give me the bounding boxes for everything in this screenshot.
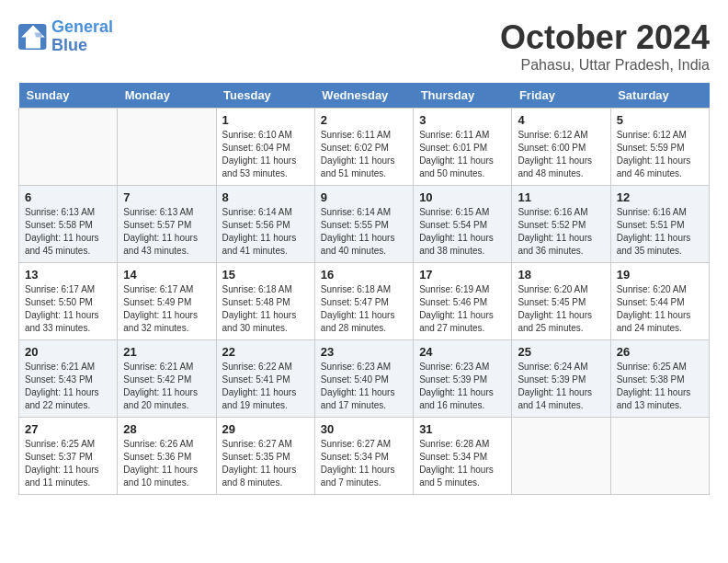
title-block: October 2024 Pahasu, Uttar Pradesh, Indi…	[500, 18, 710, 74]
day-number: 26	[617, 345, 703, 359]
calendar-table: SundayMondayTuesdayWednesdayThursdayFrid…	[18, 83, 710, 495]
day-number: 9	[321, 190, 407, 204]
calendar-cell: 21Sunrise: 6:21 AM Sunset: 5:42 PM Dayli…	[118, 340, 216, 418]
header-day-monday: Monday	[118, 83, 216, 109]
calendar-cell	[118, 109, 216, 186]
day-number: 27	[25, 422, 111, 436]
day-info: Sunrise: 6:27 AM Sunset: 5:34 PM Dayligh…	[321, 438, 407, 489]
logo-line1: General	[51, 17, 113, 36]
calendar-cell: 1Sunrise: 6:10 AM Sunset: 6:04 PM Daylig…	[216, 109, 314, 186]
calendar-cell: 3Sunrise: 6:11 AM Sunset: 6:01 PM Daylig…	[414, 109, 512, 186]
calendar-cell: 5Sunrise: 6:12 AM Sunset: 5:59 PM Daylig…	[610, 109, 709, 186]
day-info: Sunrise: 6:24 AM Sunset: 5:39 PM Dayligh…	[518, 361, 604, 412]
day-number: 24	[419, 345, 506, 359]
calendar-cell: 10Sunrise: 6:15 AM Sunset: 5:54 PM Dayli…	[414, 186, 512, 263]
calendar-cell: 2Sunrise: 6:11 AM Sunset: 6:02 PM Daylig…	[314, 109, 413, 186]
calendar-cell: 13Sunrise: 6:17 AM Sunset: 5:50 PM Dayli…	[19, 263, 118, 340]
day-number: 13	[25, 268, 111, 282]
day-number: 6	[25, 190, 111, 204]
calendar-week-3: 13Sunrise: 6:17 AM Sunset: 5:50 PM Dayli…	[19, 263, 710, 340]
calendar-cell: 29Sunrise: 6:27 AM Sunset: 5:35 PM Dayli…	[216, 418, 314, 495]
day-number: 21	[123, 345, 210, 359]
day-number: 8	[222, 190, 309, 204]
day-number: 4	[518, 113, 604, 127]
calendar-cell: 14Sunrise: 6:17 AM Sunset: 5:49 PM Dayli…	[118, 263, 216, 340]
day-info: Sunrise: 6:14 AM Sunset: 5:55 PM Dayligh…	[321, 206, 407, 258]
calendar-header: SundayMondayTuesdayWednesdayThursdayFrid…	[19, 83, 710, 109]
day-info: Sunrise: 6:17 AM Sunset: 5:50 PM Dayligh…	[25, 283, 111, 335]
header-day-saturday: Saturday	[610, 83, 709, 109]
day-info: Sunrise: 6:26 AM Sunset: 5:36 PM Dayligh…	[123, 438, 210, 489]
day-info: Sunrise: 6:10 AM Sunset: 6:04 PM Dayligh…	[222, 129, 309, 180]
calendar-cell: 28Sunrise: 6:26 AM Sunset: 5:36 PM Dayli…	[118, 418, 216, 495]
day-number: 2	[321, 113, 407, 127]
location-subtitle: Pahasu, Uttar Pradesh, India	[500, 57, 710, 74]
header-day-sunday: Sunday	[19, 83, 118, 109]
month-title: October 2024	[500, 18, 710, 57]
calendar-cell: 26Sunrise: 6:25 AM Sunset: 5:38 PM Dayli…	[610, 340, 709, 418]
calendar-cell: 19Sunrise: 6:20 AM Sunset: 5:44 PM Dayli…	[610, 263, 709, 340]
logo-text: General Blue	[51, 18, 113, 55]
day-info: Sunrise: 6:27 AM Sunset: 5:35 PM Dayligh…	[222, 438, 309, 489]
day-number: 5	[617, 113, 703, 127]
day-info: Sunrise: 6:13 AM Sunset: 5:57 PM Dayligh…	[123, 206, 210, 258]
day-info: Sunrise: 6:11 AM Sunset: 6:01 PM Dayligh…	[419, 129, 506, 180]
calendar-cell	[19, 109, 118, 186]
calendar-cell: 4Sunrise: 6:12 AM Sunset: 6:00 PM Daylig…	[512, 109, 610, 186]
day-info: Sunrise: 6:25 AM Sunset: 5:37 PM Dayligh…	[25, 438, 111, 489]
day-number: 25	[518, 345, 604, 359]
day-info: Sunrise: 6:13 AM Sunset: 5:58 PM Dayligh…	[25, 206, 111, 258]
day-info: Sunrise: 6:21 AM Sunset: 5:43 PM Dayligh…	[25, 361, 111, 412]
header-day-tuesday: Tuesday	[216, 83, 314, 109]
calendar-cell: 31Sunrise: 6:28 AM Sunset: 5:34 PM Dayli…	[414, 418, 512, 495]
day-info: Sunrise: 6:23 AM Sunset: 5:40 PM Dayligh…	[321, 361, 407, 412]
calendar-cell: 6Sunrise: 6:13 AM Sunset: 5:58 PM Daylig…	[19, 186, 118, 263]
header-day-wednesday: Wednesday	[314, 83, 413, 109]
calendar-cell	[512, 418, 610, 495]
day-number: 19	[617, 268, 703, 282]
day-number: 10	[419, 190, 506, 204]
calendar-cell: 15Sunrise: 6:18 AM Sunset: 5:48 PM Dayli…	[216, 263, 314, 340]
day-number: 3	[419, 113, 506, 127]
day-info: Sunrise: 6:22 AM Sunset: 5:41 PM Dayligh…	[222, 361, 309, 412]
calendar-cell: 22Sunrise: 6:22 AM Sunset: 5:41 PM Dayli…	[216, 340, 314, 418]
day-number: 22	[222, 345, 309, 359]
day-info: Sunrise: 6:14 AM Sunset: 5:56 PM Dayligh…	[222, 206, 309, 258]
calendar-cell	[610, 418, 709, 495]
day-info: Sunrise: 6:15 AM Sunset: 5:54 PM Dayligh…	[419, 206, 506, 258]
day-info: Sunrise: 6:28 AM Sunset: 5:34 PM Dayligh…	[419, 438, 506, 489]
calendar-cell: 11Sunrise: 6:16 AM Sunset: 5:52 PM Dayli…	[512, 186, 610, 263]
header-day-thursday: Thursday	[414, 83, 512, 109]
day-number: 15	[222, 268, 309, 282]
day-number: 28	[123, 422, 210, 436]
header-row: SundayMondayTuesdayWednesdayThursdayFrid…	[19, 83, 710, 109]
day-number: 14	[123, 268, 210, 282]
calendar-week-2: 6Sunrise: 6:13 AM Sunset: 5:58 PM Daylig…	[19, 186, 710, 263]
day-info: Sunrise: 6:25 AM Sunset: 5:38 PM Dayligh…	[617, 361, 703, 412]
calendar-cell: 25Sunrise: 6:24 AM Sunset: 5:39 PM Dayli…	[512, 340, 610, 418]
calendar-cell: 23Sunrise: 6:23 AM Sunset: 5:40 PM Dayli…	[314, 340, 413, 418]
calendar-cell: 17Sunrise: 6:19 AM Sunset: 5:46 PM Dayli…	[414, 263, 512, 340]
day-number: 7	[123, 190, 210, 204]
day-info: Sunrise: 6:16 AM Sunset: 5:52 PM Dayligh…	[518, 206, 604, 258]
logo-line2: Blue	[51, 36, 87, 54]
day-number: 23	[321, 345, 407, 359]
calendar-cell: 18Sunrise: 6:20 AM Sunset: 5:45 PM Dayli…	[512, 263, 610, 340]
day-number: 11	[518, 190, 604, 204]
day-info: Sunrise: 6:17 AM Sunset: 5:49 PM Dayligh…	[123, 283, 210, 335]
day-number: 20	[25, 345, 111, 359]
logo-icon	[18, 24, 48, 50]
day-info: Sunrise: 6:20 AM Sunset: 5:44 PM Dayligh…	[617, 283, 703, 335]
calendar-cell: 7Sunrise: 6:13 AM Sunset: 5:57 PM Daylig…	[118, 186, 216, 263]
calendar-cell: 27Sunrise: 6:25 AM Sunset: 5:37 PM Dayli…	[19, 418, 118, 495]
calendar-week-4: 20Sunrise: 6:21 AM Sunset: 5:43 PM Dayli…	[19, 340, 710, 418]
day-number: 16	[321, 268, 407, 282]
calendar-cell: 24Sunrise: 6:23 AM Sunset: 5:39 PM Dayli…	[414, 340, 512, 418]
day-info: Sunrise: 6:12 AM Sunset: 6:00 PM Dayligh…	[518, 129, 604, 180]
calendar-body: 1Sunrise: 6:10 AM Sunset: 6:04 PM Daylig…	[19, 109, 710, 495]
day-info: Sunrise: 6:12 AM Sunset: 5:59 PM Dayligh…	[617, 129, 703, 180]
day-number: 18	[518, 268, 604, 282]
day-info: Sunrise: 6:18 AM Sunset: 5:48 PM Dayligh…	[222, 283, 309, 335]
calendar-cell: 30Sunrise: 6:27 AM Sunset: 5:34 PM Dayli…	[314, 418, 413, 495]
day-info: Sunrise: 6:20 AM Sunset: 5:45 PM Dayligh…	[518, 283, 604, 335]
